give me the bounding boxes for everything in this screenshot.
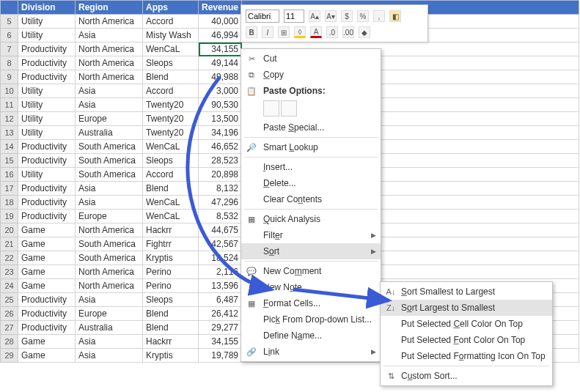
cell-revenue[interactable]: 40,000 (199, 15, 242, 29)
cell-apps[interactable]: Kryptis (143, 251, 199, 265)
cell-region[interactable]: South America (76, 168, 143, 182)
cell-apps[interactable]: Blend (143, 182, 199, 196)
cell-revenue[interactable]: 8,532 (199, 210, 242, 223)
cell-division[interactable]: Utility (18, 126, 76, 140)
cell-region[interactable]: Asia (76, 182, 143, 196)
fill-color-icon[interactable]: ◊ (294, 26, 306, 38)
cell-revenue[interactable]: 90,530 (199, 98, 242, 112)
currency-icon[interactable]: $ (341, 10, 353, 22)
menu-link[interactable]: 🔗Link▶ (241, 344, 381, 360)
row-header[interactable]: 5 (1, 15, 18, 29)
decrease-font-icon[interactable]: A▾ (325, 10, 337, 22)
cell-apps[interactable]: Hackrr (143, 223, 199, 237)
menu-paste-options[interactable]: 📋Paste Options: (241, 83, 381, 99)
cell-division[interactable]: Productivity (18, 210, 76, 223)
cell-region[interactable]: North America (76, 42, 143, 56)
cell-division[interactable]: Productivity (18, 154, 76, 168)
menu-format-cells[interactable]: ▦Format Cells... (241, 295, 381, 311)
cell-region[interactable]: Australia (76, 126, 143, 140)
cell-revenue[interactable]: 13,596 (199, 279, 242, 293)
cell-region[interactable]: Asia (76, 29, 143, 42)
row-header[interactable]: 8 (1, 56, 18, 70)
cell-division[interactable]: Productivity (18, 321, 76, 335)
cell-apps[interactable]: Blend (143, 321, 199, 335)
cell-revenue[interactable]: 29,277 (199, 321, 242, 335)
cell-division[interactable]: Productivity (18, 307, 76, 321)
cell-division[interactable]: Utility (18, 112, 76, 126)
percent-icon[interactable]: % (357, 10, 369, 22)
cell-division[interactable]: Utility (18, 98, 76, 112)
cell-division[interactable]: Game (18, 335, 76, 349)
row-header[interactable]: 19 (1, 210, 18, 223)
cell-revenue[interactable]: 46,994 (199, 29, 242, 42)
cell-revenue[interactable]: 46,652 (199, 140, 242, 154)
cell-division[interactable]: Game (18, 349, 76, 363)
menu-pick-list[interactable]: Pick From Drop-down List... (241, 311, 381, 328)
menu-clear-contents[interactable]: Clear Contents (241, 191, 381, 207)
menu-copy[interactable]: ⧉Copy (241, 67, 381, 83)
cell-apps[interactable]: Twenty20 (143, 112, 199, 126)
cell-region[interactable]: North America (76, 56, 143, 70)
cell-revenue[interactable]: 34,155 (199, 335, 242, 349)
cell-apps[interactable]: WenCaL (143, 196, 199, 210)
row-header[interactable]: 7 (1, 42, 18, 56)
cell-region[interactable]: North America (76, 223, 143, 237)
cell-apps[interactable]: WenCaL (143, 210, 199, 223)
increase-decimal-icon[interactable]: .00 (342, 26, 354, 38)
cell-apps[interactable]: Accord (143, 15, 199, 29)
col-header-revenue[interactable]: Revenue (199, 1, 242, 15)
col-header-division[interactable]: Division (18, 1, 76, 15)
bold-icon[interactable]: B (246, 26, 257, 38)
menu-filter[interactable]: Filter▶ (241, 227, 381, 243)
cell-division[interactable]: Game (18, 251, 76, 265)
cell-revenue[interactable]: 42,567 (199, 237, 242, 251)
menu-new-comment[interactable]: 💬New Comment (241, 263, 381, 279)
cell-revenue[interactable]: 28,523 (199, 154, 242, 168)
cell-region[interactable]: Europe (76, 210, 143, 223)
cell-region[interactable]: Asia (76, 196, 143, 210)
menu-delete[interactable]: Delete... (241, 175, 381, 191)
cell-apps[interactable]: Fightrr (143, 237, 199, 251)
menu-paste-special[interactable]: Paste Special... (241, 119, 381, 136)
cell-division[interactable]: Productivity (18, 196, 76, 210)
row-header[interactable]: 20 (1, 223, 18, 237)
cell-region[interactable]: Australia (76, 321, 143, 335)
font-size-input[interactable] (284, 10, 304, 23)
submenu-formatting[interactable]: Put Selected Formatting Icon On Top (381, 348, 552, 364)
row-header[interactable]: 12 (1, 112, 18, 126)
cell-division[interactable]: Productivity (18, 140, 76, 154)
cell-division[interactable]: Utility (18, 15, 76, 29)
format-icon[interactable]: ◆ (359, 26, 370, 38)
cell-region[interactable]: Europe (76, 307, 143, 321)
format-painter-icon[interactable]: ◧ (389, 10, 401, 22)
font-name-input[interactable] (246, 10, 279, 23)
row-header[interactable]: 13 (1, 126, 18, 140)
row-header[interactable]: 24 (1, 279, 18, 293)
submenu-sort-largest[interactable]: Z↓Sort Largest to Smallest (381, 300, 552, 316)
submenu-custom-sort[interactable]: ⇅Custom Sort... (381, 368, 552, 384)
cell-revenue[interactable]: 49,988 (199, 70, 242, 84)
cell-division[interactable]: Utility (18, 84, 76, 98)
row-header[interactable]: 11 (1, 98, 18, 112)
paste-option-2[interactable] (281, 100, 297, 117)
menu-smart-lookup[interactable]: 🔎Smart Lookup (241, 139, 381, 155)
cell-apps[interactable]: Sleops (143, 154, 199, 168)
cell-division[interactable]: Game (18, 237, 76, 251)
menu-cut[interactable]: ✂Cut (241, 51, 381, 67)
cell-division[interactable]: Productivity (18, 56, 76, 70)
menu-quick-analysis[interactable]: ▦Quick Analysis (241, 211, 381, 227)
cell-region[interactable]: Asia (76, 84, 143, 98)
row-header[interactable]: 18 (1, 196, 18, 210)
cell-apps[interactable]: Perino (143, 279, 199, 293)
menu-sort[interactable]: Sort▶ (241, 243, 381, 259)
cell-division[interactable]: Game (18, 223, 76, 237)
row-header[interactable]: 17 (1, 182, 18, 196)
menu-new-note[interactable]: 🗒New Note (241, 279, 381, 295)
cell-revenue[interactable]: 34,155 (199, 42, 242, 56)
row-header[interactable]: 25 (1, 293, 18, 307)
paste-option-1[interactable] (263, 100, 279, 117)
row-header[interactable]: 9 (1, 70, 18, 84)
menu-insert[interactable]: Insert... (241, 159, 381, 175)
cell-region[interactable]: Europe (76, 112, 143, 126)
cell-revenue[interactable]: 34,196 (199, 126, 242, 140)
